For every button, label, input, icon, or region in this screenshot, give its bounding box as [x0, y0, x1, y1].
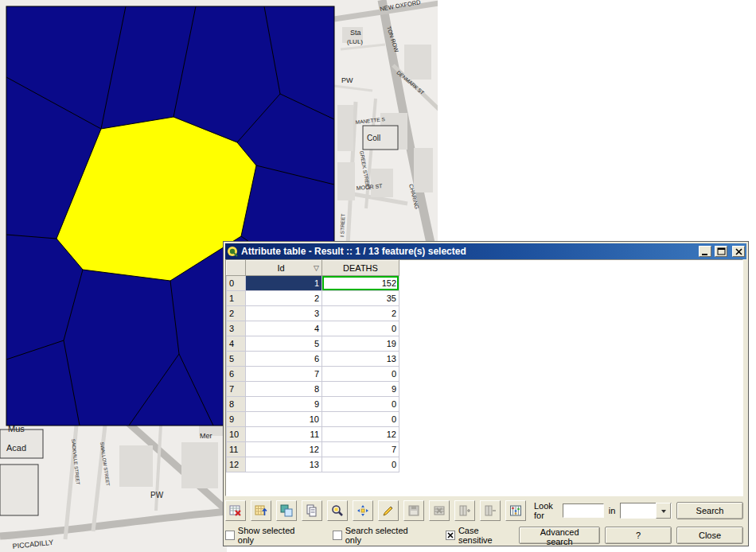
row-header[interactable]: 6 [227, 367, 246, 382]
cell-deaths[interactable]: 0 [322, 397, 399, 412]
cell-id[interactable]: 7 [246, 367, 322, 382]
row-header[interactable]: 4 [227, 336, 246, 352]
show-selected-only-checkbox[interactable]: Show selected only [225, 526, 312, 545]
cell-deaths-current[interactable]: 152 [322, 276, 399, 291]
cell-id[interactable]: 2 [246, 291, 322, 306]
cell-id[interactable]: 5 [246, 336, 322, 352]
cell-id[interactable]: 11 [246, 427, 322, 442]
maximize-button[interactable] [715, 246, 727, 257]
row-header[interactable]: 5 [227, 352, 246, 367]
save-edits-button[interactable] [403, 500, 424, 521]
qgis-icon [227, 246, 238, 257]
checkbox-unchecked-icon [225, 531, 235, 540]
table-row: 890 [227, 397, 399, 412]
cell-id[interactable]: 6 [246, 352, 322, 367]
search-selected-only-label: Search selected only [345, 526, 426, 545]
show-selected-only-label: Show selected only [238, 526, 312, 545]
cell-id[interactable]: 13 [246, 457, 322, 472]
cell-deaths[interactable]: 0 [322, 457, 399, 472]
row-header[interactable]: 8 [227, 397, 246, 412]
cell-deaths[interactable]: 7 [322, 442, 399, 457]
cell-id[interactable]: 9 [246, 397, 322, 412]
unselect-all-button[interactable] [225, 500, 246, 521]
row-header[interactable]: 0 [227, 276, 246, 291]
cell-id[interactable]: 1 [246, 276, 322, 291]
chevron-down-icon [661, 510, 666, 515]
table-row: 5613 [227, 352, 399, 367]
street-label: (LUL) [347, 38, 363, 45]
table-row: 9100 [227, 412, 399, 427]
copy-selected-rows-button[interactable] [302, 500, 322, 521]
cell-deaths[interactable]: 0 [322, 367, 399, 382]
pan-to-selection-button[interactable] [353, 500, 373, 521]
close-button[interactable]: Close [676, 527, 743, 544]
minimize-button[interactable] [699, 246, 711, 257]
cell-deaths[interactable]: 0 [322, 321, 399, 336]
dropdown-button[interactable] [656, 503, 671, 519]
move-selection-to-top-button[interactable] [251, 500, 271, 521]
look-for-input[interactable] [563, 503, 604, 518]
column-header-id-label: Id [277, 263, 284, 273]
field-calculator-button[interactable] [505, 500, 526, 521]
cell-id[interactable]: 8 [246, 382, 322, 397]
street-label: Sta [350, 29, 361, 37]
row-header[interactable]: 10 [227, 427, 246, 442]
table-corner-cell[interactable] [227, 261, 246, 276]
close-window-button[interactable] [732, 246, 745, 257]
table-row: 1235 [227, 291, 399, 306]
zoom-to-selection-button[interactable] [327, 500, 348, 521]
field-select-dropdown[interactable] [620, 503, 672, 519]
table-row: 12130 [227, 457, 399, 472]
row-header[interactable]: 12 [227, 457, 246, 472]
row-header[interactable]: 7 [227, 382, 246, 397]
cell-deaths[interactable]: 12 [322, 427, 399, 442]
cell-id[interactable]: 3 [246, 306, 322, 321]
search-selected-only-checkbox[interactable]: Search selected only [333, 526, 425, 545]
in-label: in [609, 506, 616, 515]
titlebar[interactable]: Attribute table - Result :: 1 / 13 featu… [225, 243, 746, 259]
sort-descending-icon: ▽ [314, 264, 319, 272]
row-header[interactable]: 1 [227, 291, 246, 306]
toggle-editing-button[interactable] [378, 500, 399, 521]
street-label: PW [150, 491, 164, 500]
cell-deaths[interactable]: 9 [322, 382, 399, 397]
street-label: Acad [6, 443, 26, 453]
desktop: NEW OXFORD TON ROW Sta (LUL) PW DENMARK … [0, 0, 756, 552]
help-button[interactable]: ? [605, 527, 672, 544]
cell-deaths[interactable]: 19 [322, 336, 399, 352]
street-label: Coll [367, 134, 380, 142]
look-for-label: Look for [534, 501, 558, 520]
cell-id[interactable]: 4 [246, 321, 322, 336]
table-row: 232 [227, 306, 399, 321]
table-row: 101112 [227, 427, 399, 442]
new-column-button[interactable] [454, 500, 475, 521]
table-row: 11127 [227, 442, 399, 457]
column-header-deaths[interactable]: DEATHS [322, 261, 399, 276]
column-header-id[interactable]: Id ▽ [246, 261, 322, 276]
attribute-table-window: Attribute table - Result :: 1 / 13 featu… [223, 241, 749, 546]
cell-deaths[interactable]: 2 [322, 306, 399, 321]
street-label: PW [341, 76, 353, 84]
row-header[interactable]: 11 [227, 442, 246, 457]
case-sensitive-checkbox[interactable]: Case sensitive [446, 526, 514, 545]
row-header[interactable]: 2 [227, 306, 246, 321]
cell-deaths[interactable]: 35 [322, 291, 399, 306]
row-header[interactable]: 3 [227, 321, 246, 336]
row-header[interactable]: 9 [227, 412, 246, 427]
checkbox-unchecked-icon [333, 531, 342, 540]
advanced-search-button[interactable]: Advanced search [519, 527, 600, 544]
invert-selection-button[interactable] [276, 500, 297, 521]
delete-column-button[interactable] [480, 500, 501, 521]
cell-id[interactable]: 10 [246, 412, 322, 427]
cell-id[interactable]: 12 [246, 442, 322, 457]
cell-deaths[interactable]: 13 [322, 352, 399, 367]
search-button[interactable]: Search [676, 502, 743, 519]
table-row: 01152 [227, 276, 399, 291]
case-sensitive-label: Case sensitive [458, 526, 514, 545]
table-row: 340 [227, 321, 399, 336]
cell-deaths[interactable]: 0 [322, 412, 399, 427]
table-row: 4519 [227, 336, 399, 352]
table-row: 789 [227, 382, 399, 397]
delete-selected-button[interactable] [429, 500, 450, 521]
street-label: Mer [200, 432, 212, 440]
